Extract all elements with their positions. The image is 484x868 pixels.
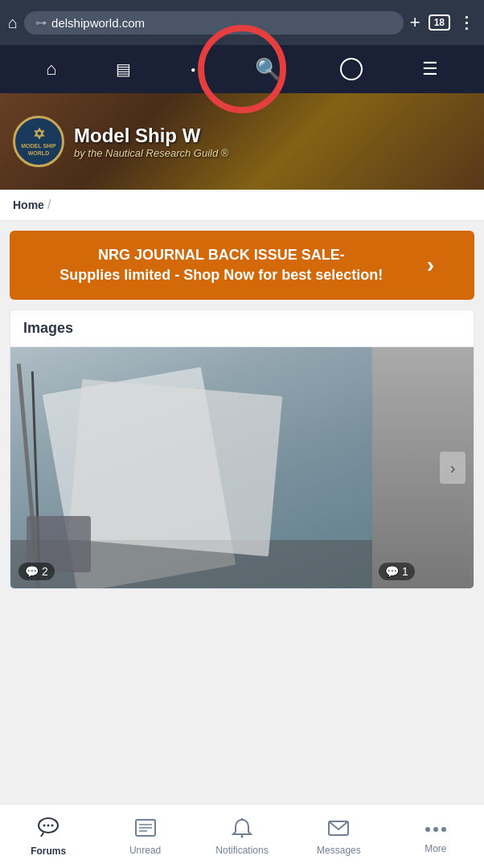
svg-point-3 [47, 825, 50, 827]
bottom-nav-more[interactable]: More [388, 805, 484, 868]
comment-icon-1: 💬 [25, 565, 39, 578]
notifications-label: Notifications [215, 845, 268, 856]
image-2-comment-count: 1 [402, 565, 408, 578]
nav-home-icon[interactable]: ⌂ [46, 59, 56, 80]
image-item-2[interactable]: › 💬 1 [372, 347, 474, 588]
site-nav: ⌂ ▤ ● 🔍 ☰ [0, 45, 484, 93]
site-subtitle: by the Nautical Research Guild ® [74, 147, 236, 159]
more-label: More [425, 843, 446, 854]
comment-icon-2: 💬 [385, 565, 399, 578]
browser-chrome: ⌂ ⊶ delshipworld.com + 18 ⋮ [0, 0, 484, 45]
site-title: Model Ship World [74, 125, 236, 147]
bottom-nav-notifications[interactable]: Notifications [194, 805, 290, 868]
banner-content: ✡ MODEL SHIPWORLD Model Ship World by th… [0, 116, 249, 167]
svg-line-1 [41, 833, 43, 837]
search-icon[interactable]: 🔍 [255, 57, 281, 82]
image-placeholder-1 [10, 347, 372, 588]
tab-count[interactable]: 18 [429, 14, 450, 31]
unread-label: Unread [129, 845, 161, 856]
bottom-nav-unread[interactable]: Unread [96, 805, 193, 868]
nav-news-icon[interactable]: ▤ [116, 59, 131, 79]
svg-point-4 [51, 825, 54, 827]
sale-banner[interactable]: NRG JOURNAL BACK ISSUE SALE-Supplies lim… [10, 231, 474, 300]
bottom-nav: Forums Unread Notifications [0, 804, 484, 868]
url-text: delshipworld.com [51, 16, 145, 30]
messages-label: Messages [317, 845, 361, 856]
sale-banner-text: NRG JOURNAL BACK ISSUE SALE-Supplies lim… [24, 245, 419, 285]
logo-text: ✡ MODEL SHIPWORLD [21, 126, 55, 157]
breadcrumb: Home / [0, 190, 484, 221]
nav-circle-icon[interactable] [340, 58, 363, 80]
browser-menu-icon[interactable]: ⋮ [458, 13, 476, 32]
messages-icon [327, 817, 350, 841]
site-banner: ✡ MODEL SHIPWORLD Model Ship World by th… [0, 93, 484, 190]
breadcrumb-home[interactable]: Home [13, 199, 44, 211]
svg-point-2 [43, 825, 46, 827]
images-section: Images 💬 2 › 💬 1 [10, 309, 474, 589]
bottom-nav-forums[interactable]: Forums [0, 805, 96, 868]
image-1-comment-badge: 💬 2 [18, 563, 55, 580]
more-icon [425, 819, 446, 840]
svg-point-11 [241, 835, 244, 837]
image-item-1[interactable]: 💬 2 [10, 347, 372, 588]
image-2-comment-badge: 💬 1 [379, 563, 415, 580]
url-security-icon: ⊶ [35, 16, 47, 29]
site-title-block: Model Ship World by the Nautical Researc… [74, 125, 236, 159]
sale-banner-arrow-icon: › [427, 252, 434, 278]
url-bar[interactable]: ⊶ delshipworld.com [24, 11, 404, 35]
images-section-title: Images [10, 310, 474, 347]
breadcrumb-separator: / [47, 198, 51, 212]
bottom-nav-messages[interactable]: Messages [290, 805, 387, 868]
browser-actions: + 18 ⋮ [410, 12, 476, 33]
images-row: 💬 2 › 💬 1 [10, 347, 474, 588]
notifications-icon [231, 817, 253, 841]
add-tab-button[interactable]: + [410, 12, 420, 33]
unread-icon [134, 817, 157, 841]
site-logo: ✡ MODEL SHIPWORLD [13, 116, 64, 167]
next-arrow-icon[interactable]: › [440, 452, 466, 484]
image-1-comment-count: 2 [42, 565, 48, 578]
nav-dot-icon[interactable]: ● [191, 65, 195, 74]
forums-icon [37, 816, 59, 842]
nav-hamburger-icon[interactable]: ☰ [422, 59, 438, 80]
forums-label: Forums [31, 845, 66, 857]
browser-home-icon[interactable]: ⌂ [8, 14, 18, 32]
